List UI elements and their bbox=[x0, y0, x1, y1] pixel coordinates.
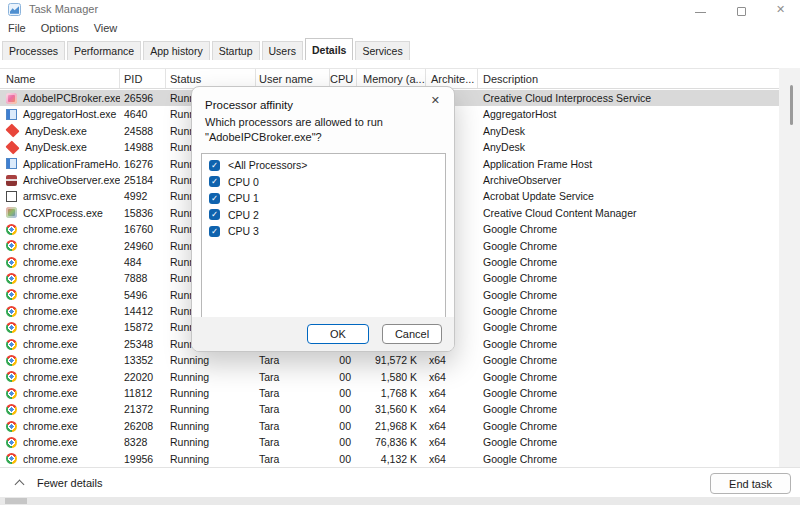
adobe-icon bbox=[6, 93, 17, 104]
cell-name: AggregatorHost.exe bbox=[0, 106, 120, 122]
chevron-up-icon[interactable] bbox=[15, 480, 25, 490]
cell-pid: 16760 bbox=[120, 221, 166, 237]
column-header-desc[interactable]: Description bbox=[478, 69, 779, 88]
table-row[interactable]: chrome.exe26208RunningTara0021,968 Kx64G… bbox=[0, 418, 779, 434]
cell-arch: x64 bbox=[426, 434, 478, 450]
cell-desc: Google Chrome bbox=[478, 352, 779, 368]
fewer-details-toggle[interactable]: Fewer details bbox=[37, 477, 102, 489]
cell-pid: 15872 bbox=[120, 319, 166, 335]
checkbox-checked-icon[interactable]: ✓ bbox=[209, 226, 220, 237]
cell-name: ArchiveObserver.exe bbox=[0, 172, 120, 188]
cell-name: chrome.exe bbox=[0, 434, 120, 450]
cell-user: Tara bbox=[256, 418, 330, 434]
end-task-button[interactable]: End task bbox=[710, 473, 791, 494]
menu-options[interactable]: Options bbox=[38, 20, 82, 36]
cell-desc: Google Chrome bbox=[478, 303, 779, 319]
cell-arch: x64 bbox=[426, 369, 478, 385]
cell-name: chrome.exe bbox=[0, 254, 120, 270]
column-header-name[interactable]: Name bbox=[0, 69, 120, 88]
cell-name: chrome.exe bbox=[0, 401, 120, 417]
processor-option[interactable]: ✓<All Processors> bbox=[202, 157, 445, 174]
tab-app-history[interactable]: App history bbox=[143, 41, 210, 60]
chrome-icon bbox=[6, 355, 17, 366]
processor-option-label: CPU 1 bbox=[228, 192, 259, 204]
checkbox-checked-icon[interactable]: ✓ bbox=[209, 193, 220, 204]
cell-desc: Google Chrome bbox=[478, 369, 779, 385]
tab-processes[interactable]: Processes bbox=[2, 41, 65, 60]
dialog-close-icon[interactable]: ✕ bbox=[431, 94, 440, 107]
cell-pid: 13352 bbox=[120, 352, 166, 368]
cell-pid: 5496 bbox=[120, 287, 166, 303]
cell-desc: Google Chrome bbox=[478, 221, 779, 237]
anydesk-icon bbox=[5, 124, 19, 138]
cell-mem: 76,836 K bbox=[357, 434, 426, 450]
cell-cpu: 00 bbox=[330, 418, 357, 434]
processor-option[interactable]: ✓CPU 1 bbox=[202, 190, 445, 207]
cell-desc: Google Chrome bbox=[478, 385, 779, 401]
checkbox-checked-icon[interactable]: ✓ bbox=[209, 176, 220, 187]
tab-users[interactable]: Users bbox=[262, 41, 303, 60]
cell-arch: x64 bbox=[426, 385, 478, 401]
checkbox-checked-icon[interactable]: ✓ bbox=[209, 160, 220, 171]
cell-arch: x64 bbox=[426, 418, 478, 434]
cell-cpu: 00 bbox=[330, 385, 357, 401]
dialog-footer: OK Cancel bbox=[192, 317, 454, 351]
winblue-icon bbox=[6, 109, 17, 120]
cell-name: chrome.exe bbox=[0, 451, 120, 467]
table-row[interactable]: chrome.exe21372RunningTara0031,560 Kx64G… bbox=[0, 401, 779, 417]
processor-option[interactable]: ✓CPU 3 bbox=[202, 223, 445, 240]
horizontal-scrollbar-thumb[interactable] bbox=[5, 498, 27, 504]
cell-pid: 4640 bbox=[120, 106, 166, 122]
cell-desc: Google Chrome bbox=[478, 434, 779, 450]
cell-mem: 1,580 K bbox=[357, 369, 426, 385]
dialog-title-bar: Processor affinity ✕ bbox=[192, 87, 454, 111]
vertical-scrollbar-thumb[interactable] bbox=[790, 85, 793, 125]
cell-name: chrome.exe bbox=[0, 319, 120, 335]
menu-view[interactable]: View bbox=[91, 20, 121, 36]
tab-performance[interactable]: Performance bbox=[67, 41, 141, 60]
processor-option-label: CPU 3 bbox=[228, 225, 259, 237]
minimize-icon[interactable] bbox=[695, 12, 706, 13]
processor-option[interactable]: ✓CPU 0 bbox=[202, 174, 445, 191]
ok-button[interactable]: OK bbox=[307, 324, 369, 344]
cell-name: chrome.exe bbox=[0, 287, 120, 303]
cell-desc: Google Chrome bbox=[478, 254, 779, 270]
table-row[interactable]: chrome.exe22020RunningTara001,580 Kx64Go… bbox=[0, 369, 779, 385]
cell-name: chrome.exe bbox=[0, 352, 120, 368]
cell-cpu: 00 bbox=[330, 451, 357, 467]
table-row[interactable]: chrome.exe11812RunningTara001,768 Kx64Go… bbox=[0, 385, 779, 401]
cell-status: Running bbox=[166, 451, 256, 467]
cell-pid: 21372 bbox=[120, 401, 166, 417]
tab-startup[interactable]: Startup bbox=[212, 41, 260, 60]
tab-bar: ProcessesPerformanceApp historyStartupUs… bbox=[2, 38, 412, 60]
processor-list: ✓<All Processors>✓CPU 0✓CPU 1✓CPU 2✓CPU … bbox=[201, 153, 446, 320]
cell-user: Tara bbox=[256, 451, 330, 467]
cell-desc: Google Chrome bbox=[478, 336, 779, 352]
table-row[interactable]: chrome.exe8328RunningTara0076,836 Kx64Go… bbox=[0, 434, 779, 450]
close-icon[interactable]: ✕ bbox=[776, 4, 785, 15]
tab-details[interactable]: Details bbox=[305, 38, 353, 60]
cell-name: chrome.exe bbox=[0, 336, 120, 352]
chrome-icon bbox=[6, 273, 17, 284]
cell-desc: Google Chrome bbox=[478, 270, 779, 286]
cell-desc: Application Frame Host bbox=[478, 156, 779, 172]
cancel-button[interactable]: Cancel bbox=[382, 324, 442, 344]
table-row[interactable]: chrome.exe13352RunningTara0091,572 Kx64G… bbox=[0, 352, 779, 368]
cell-cpu: 00 bbox=[330, 352, 357, 368]
processor-option[interactable]: ✓CPU 2 bbox=[202, 207, 445, 224]
cell-pid: 25184 bbox=[120, 172, 166, 188]
maximize-icon[interactable] bbox=[737, 7, 746, 16]
cell-name: chrome.exe bbox=[0, 238, 120, 254]
menu-file[interactable]: File bbox=[5, 20, 29, 36]
cell-name: ApplicationFrameHo... bbox=[0, 156, 120, 172]
checkbox-checked-icon[interactable]: ✓ bbox=[209, 209, 220, 220]
cell-desc: Google Chrome bbox=[478, 287, 779, 303]
cell-status: Running bbox=[166, 401, 256, 417]
tab-services[interactable]: Services bbox=[355, 41, 409, 60]
cell-pid: 24588 bbox=[120, 123, 166, 139]
column-header-pid[interactable]: PID bbox=[120, 69, 166, 88]
cell-cpu: 00 bbox=[330, 369, 357, 385]
table-row[interactable]: chrome.exe19956RunningTara004,132 Kx64Go… bbox=[0, 451, 779, 467]
dialog-title: Processor affinity bbox=[205, 99, 293, 111]
cell-user: Tara bbox=[256, 401, 330, 417]
